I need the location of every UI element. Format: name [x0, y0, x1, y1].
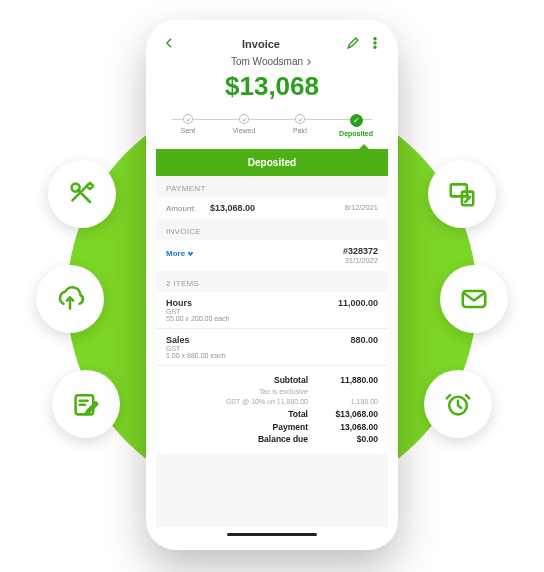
page-title: Invoice: [242, 38, 280, 50]
invoice-number: #328372: [343, 246, 378, 256]
clock-icon: [424, 370, 492, 438]
screens-icon: [428, 160, 496, 228]
payment-amount-label: Amount:: [166, 204, 206, 213]
payment-card[interactable]: Amount: $13,068.00 8/12/2021: [156, 197, 388, 219]
svg-point-6: [374, 38, 376, 40]
more-link[interactable]: More: [166, 249, 194, 258]
chevron-down-icon: [187, 250, 194, 257]
mail-icon: [440, 265, 508, 333]
home-indicator: [227, 533, 317, 536]
app-screen: Invoice Tom Woodsman $13,068 Sent Viewed: [156, 32, 388, 536]
invoice-amount: $13,068: [156, 71, 388, 102]
invoice-card[interactable]: More #328372 31/1/2022: [156, 240, 388, 271]
status-progress: Sent Viewed Paid Deposited: [166, 114, 378, 137]
step-viewed: Viewed: [222, 114, 266, 137]
step-paid: Paid: [278, 114, 322, 137]
customer-link[interactable]: Tom Woodsman: [156, 56, 388, 67]
edit-icon[interactable]: [346, 36, 360, 52]
status-banner: Deposited: [156, 149, 388, 176]
back-button[interactable]: [162, 36, 176, 52]
payment-amount-value: $13,068.00: [210, 203, 255, 213]
line-item[interactable]: Sales GST 1.00 x 880.00 each 880.00: [156, 329, 388, 366]
phone-frame: Invoice Tom Woodsman $13,068 Sent Viewed: [146, 20, 398, 550]
svg-point-7: [374, 42, 376, 44]
payment-heading: PAYMENT: [156, 176, 388, 197]
step-sent: Sent: [166, 114, 210, 137]
customer-name: Tom Woodsman: [231, 56, 303, 67]
tools-icon: [48, 160, 116, 228]
payment-date: 8/12/2021: [345, 203, 378, 212]
totals-block: Subtotal 11,880.00 Tax is exclusive GST …: [156, 366, 388, 454]
chevron-right-icon: [305, 58, 313, 66]
invoice-date: 31/1/2022: [343, 256, 378, 265]
cloud-upload-icon: [36, 265, 104, 333]
invoice-heading: INVOICE: [156, 219, 388, 240]
line-item[interactable]: Hours GST 55.00 x 200.00 each 11,000.00: [156, 292, 388, 329]
note-edit-icon: [52, 370, 120, 438]
more-menu-icon[interactable]: [368, 36, 382, 52]
svg-point-8: [374, 46, 376, 48]
items-heading: 2 ITEMS: [156, 271, 388, 292]
step-deposited: Deposited: [334, 114, 378, 137]
